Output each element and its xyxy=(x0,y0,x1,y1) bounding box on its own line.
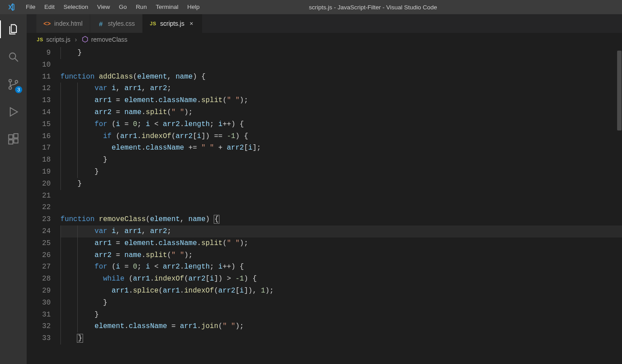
search-icon xyxy=(7,51,20,63)
code-line[interactable]: function addClass(element, name) { xyxy=(60,71,622,83)
line-number: 26 xyxy=(27,249,51,261)
svg-point-1 xyxy=(9,79,12,82)
line-number: 22 xyxy=(27,202,51,214)
svg-rect-6 xyxy=(14,139,18,143)
code-line[interactable] xyxy=(60,190,622,202)
menu-go[interactable]: Go xyxy=(115,0,132,14)
line-number: 24 xyxy=(27,226,51,237)
css-file-icon: # xyxy=(97,20,104,27)
activity-source-control[interactable]: 3 xyxy=(0,73,27,96)
editor-group: <> index.html # styles.css JS scripts.js… xyxy=(27,14,622,364)
code-line[interactable]: } xyxy=(60,309,622,321)
line-number: 33 xyxy=(27,332,51,344)
line-number: 9 xyxy=(27,47,51,59)
line-number: 13 xyxy=(27,95,51,107)
code-line[interactable]: element.className += " " + arr2[i]; xyxy=(60,142,622,154)
code-line[interactable]: arr2 = name.split(" "); xyxy=(60,107,622,119)
menu-help[interactable]: Help xyxy=(183,0,204,14)
line-number: 18 xyxy=(27,154,51,166)
code-line[interactable]: element.className = arr1.join(" "); xyxy=(60,320,622,332)
files-icon xyxy=(7,23,20,36)
code-line[interactable]: while (arr1.indexOf(arr2[i]) > -1) { xyxy=(60,273,622,285)
menu-run[interactable]: Run xyxy=(132,0,152,14)
activity-extensions[interactable] xyxy=(0,128,27,151)
line-number: 30 xyxy=(27,297,51,309)
tab-label: scripts.js xyxy=(160,20,184,27)
js-file-icon: JS xyxy=(150,20,157,27)
code-line[interactable]: } xyxy=(60,297,622,309)
method-symbol-icon xyxy=(81,36,88,43)
menu-selection[interactable]: Selection xyxy=(59,0,93,14)
close-icon[interactable]: × xyxy=(188,20,195,27)
code-editor[interactable]: 9101112131415161718192021222324252627282… xyxy=(27,46,622,364)
breadcrumb-symbol-label: removeClass xyxy=(91,36,128,43)
line-number: 25 xyxy=(27,237,51,249)
code-line[interactable]: arr1.splice(arr1.indexOf(arr2[i]), 1); xyxy=(60,285,622,297)
breadcrumb-symbol[interactable]: removeClass xyxy=(81,36,128,43)
tab-styles-css[interactable]: # styles.css xyxy=(90,14,143,33)
breadcrumb-file[interactable]: JS scripts.js xyxy=(36,36,70,43)
menu-terminal[interactable]: Terminal xyxy=(151,0,183,14)
svg-rect-7 xyxy=(14,134,18,138)
line-number: 19 xyxy=(27,166,51,178)
tab-index-html[interactable]: <> index.html xyxy=(36,14,90,33)
code-line[interactable]: arr1 = element.className.split(" "); xyxy=(60,237,622,249)
line-number: 23 xyxy=(27,214,51,226)
code-line[interactable]: } xyxy=(60,47,622,59)
code-line[interactable]: } xyxy=(60,332,622,344)
breadcrumb-file-label: scripts.js xyxy=(46,36,70,43)
titlebar: File Edit Selection View Go Run Terminal… xyxy=(0,0,622,14)
line-number: 15 xyxy=(27,119,51,131)
line-number: 20 xyxy=(27,178,51,190)
code-line[interactable]: } xyxy=(60,178,622,190)
svg-point-0 xyxy=(9,53,16,59)
code-line[interactable]: var i, arr1, arr2; xyxy=(60,226,622,237)
play-bug-icon xyxy=(7,106,20,118)
breadcrumb[interactable]: JS scripts.js › removeClass xyxy=(27,33,622,46)
code-line[interactable]: } xyxy=(60,166,622,178)
code-line[interactable]: arr2 = name.split(" "); xyxy=(60,249,622,261)
tab-bar: <> index.html # styles.css JS scripts.js… xyxy=(27,14,622,33)
line-number: 17 xyxy=(27,142,51,154)
menu-file[interactable]: File xyxy=(21,0,40,14)
line-number: 28 xyxy=(27,273,51,285)
code-line[interactable] xyxy=(60,202,622,214)
chevron-right-icon: › xyxy=(75,36,77,43)
js-file-icon: JS xyxy=(36,36,44,43)
line-number: 27 xyxy=(27,261,51,273)
scrollbar-thumb[interactable] xyxy=(617,51,622,131)
svg-point-2 xyxy=(9,87,12,89)
line-number: 32 xyxy=(27,320,51,332)
code-line[interactable]: for (i = 0; i < arr2.length; i++) { xyxy=(60,119,622,131)
code-line[interactable]: if (arr1.indexOf(arr2[i]) == -1) { xyxy=(60,131,622,142)
code-content[interactable]: }function addClass(element, name) { var … xyxy=(60,47,622,364)
svg-rect-4 xyxy=(9,135,13,139)
code-line[interactable]: var i, arr1, arr2; xyxy=(60,83,622,95)
activity-explorer[interactable] xyxy=(0,18,27,41)
vscode-logo-icon xyxy=(0,3,21,12)
scm-badge: 3 xyxy=(15,86,22,93)
window-title: scripts.js - JavaScript-Filter - Visual … xyxy=(204,4,622,11)
line-number: 31 xyxy=(27,309,51,321)
line-number: 21 xyxy=(27,190,51,202)
html-file-icon: <> xyxy=(44,20,51,27)
activity-bar: 3 xyxy=(0,14,27,364)
code-line[interactable] xyxy=(60,59,622,71)
line-number-gutter: 9101112131415161718192021222324252627282… xyxy=(27,47,60,364)
line-number: 10 xyxy=(27,59,51,71)
menu-edit[interactable]: Edit xyxy=(40,0,59,14)
code-line[interactable]: function removeClass(element, name) { xyxy=(60,214,622,226)
activity-search[interactable] xyxy=(0,45,27,68)
menu-bar: File Edit Selection View Go Run Terminal… xyxy=(21,0,204,14)
code-line[interactable]: } xyxy=(60,154,622,166)
line-number: 14 xyxy=(27,107,51,119)
svg-rect-5 xyxy=(9,140,13,144)
menu-view[interactable]: View xyxy=(93,0,115,14)
activity-run-debug[interactable] xyxy=(0,100,27,123)
vertical-scrollbar[interactable] xyxy=(616,46,622,364)
svg-point-3 xyxy=(15,80,18,83)
code-line[interactable]: for (i = 0; i < arr2.length; i++) { xyxy=(60,261,622,273)
tab-scripts-js[interactable]: JS scripts.js × xyxy=(143,14,203,33)
code-line[interactable]: arr1 = element.className.split(" "); xyxy=(60,95,622,107)
extensions-icon xyxy=(7,133,20,146)
